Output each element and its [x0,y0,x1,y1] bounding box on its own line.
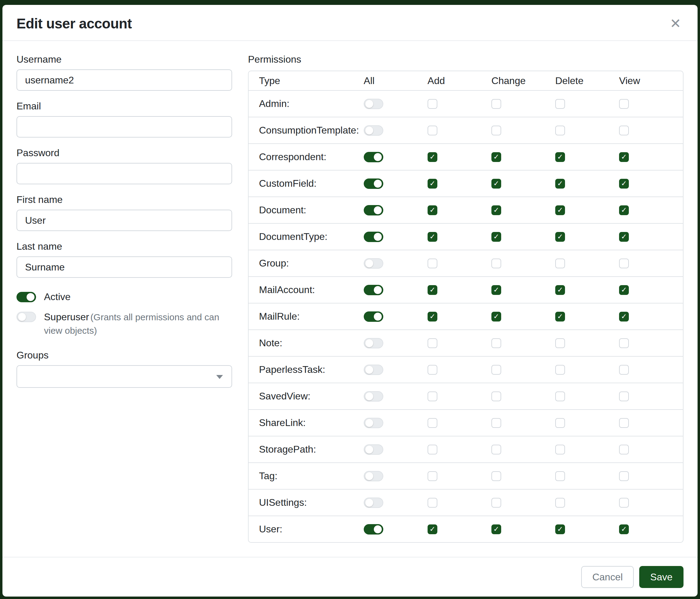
permission-delete-checkbox[interactable]: ✓ [555,524,565,534]
username-input[interactable] [17,69,232,91]
permission-type-label: UISettings: [249,497,364,508]
permission-view-checkbox[interactable]: ✓ [619,152,629,162]
permission-all-toggle[interactable] [364,99,383,109]
permission-delete-checkbox[interactable]: ✓ [555,285,565,295]
permission-change-checkbox[interactable] [492,471,501,481]
permission-delete-checkbox[interactable]: ✓ [555,206,565,215]
superuser-toggle[interactable] [17,312,36,322]
permission-delete-checkbox[interactable] [555,418,565,428]
permission-delete-checkbox[interactable] [555,391,565,401]
close-icon[interactable]: ✕ [667,16,683,31]
permission-view-checkbox[interactable] [619,259,629,268]
permission-change-checkbox[interactable] [492,445,501,454]
permission-change-checkbox[interactable]: ✓ [492,206,501,215]
permission-view-checkbox[interactable]: ✓ [619,232,629,242]
permission-all-toggle[interactable] [364,445,383,455]
permission-change-checkbox[interactable] [492,126,501,136]
permission-change-checkbox[interactable] [492,418,501,428]
permission-add-checkbox[interactable]: ✓ [428,232,438,242]
permission-change-checkbox[interactable]: ✓ [492,285,501,295]
permission-add-checkbox[interactable] [428,259,438,268]
active-toggle[interactable] [17,292,36,302]
permission-change-checkbox[interactable] [492,365,501,375]
permission-add-checkbox[interactable]: ✓ [428,524,438,534]
permission-view-checkbox[interactable] [619,471,629,481]
permission-all-toggle[interactable] [364,338,383,349]
permission-view-checkbox[interactable]: ✓ [619,179,629,189]
permission-add-checkbox[interactable] [428,471,438,481]
permission-view-checkbox[interactable] [619,498,629,508]
permission-all-toggle[interactable] [364,311,383,322]
permission-add-checkbox[interactable] [428,338,438,348]
permission-all-toggle[interactable] [364,498,383,508]
permission-row: MailRule:✓✓✓✓ [249,304,683,330]
permission-add-checkbox[interactable] [428,365,438,375]
permission-all-toggle[interactable] [364,524,383,534]
permission-all-toggle[interactable] [364,418,383,428]
permission-view-checkbox[interactable] [619,99,629,109]
permission-view-checkbox[interactable] [619,391,629,401]
permission-change-checkbox[interactable]: ✓ [492,312,501,321]
permission-add-checkbox[interactable]: ✓ [428,312,438,321]
permission-all-toggle[interactable] [364,285,383,295]
permission-all-toggle[interactable] [364,365,383,375]
permission-delete-checkbox[interactable] [555,471,565,481]
email-field[interactable] [17,116,232,138]
permission-change-checkbox[interactable]: ✓ [492,179,501,189]
permission-add-checkbox[interactable] [428,391,438,401]
permission-delete-checkbox[interactable] [555,126,565,136]
permission-add-checkbox[interactable] [428,498,438,508]
permission-all-toggle[interactable] [364,471,383,481]
permission-row: Document:✓✓✓✓ [249,197,683,224]
password-field[interactable] [17,163,232,184]
permission-delete-checkbox[interactable] [555,338,565,348]
column-header-all: All [364,75,428,87]
permission-view-checkbox[interactable]: ✓ [619,285,629,295]
permission-delete-checkbox[interactable] [555,99,565,109]
permission-change-checkbox[interactable] [492,391,501,401]
groups-select[interactable] [17,365,232,388]
permission-delete-checkbox[interactable]: ✓ [555,152,565,162]
permission-delete-checkbox[interactable] [555,259,565,268]
permission-all-toggle[interactable] [364,152,383,162]
permission-add-checkbox[interactable] [428,418,438,428]
permission-change-checkbox[interactable]: ✓ [492,232,501,242]
permission-add-checkbox[interactable]: ✓ [428,285,438,295]
permission-view-checkbox[interactable] [619,418,629,428]
permission-view-checkbox[interactable] [619,365,629,375]
permission-all-toggle[interactable] [364,205,383,215]
permission-delete-checkbox[interactable] [555,445,565,454]
permission-delete-checkbox[interactable]: ✓ [555,232,565,242]
permission-all-toggle[interactable] [364,232,383,242]
permission-change-checkbox[interactable]: ✓ [492,524,501,534]
permission-view-checkbox[interactable] [619,338,629,348]
permission-add-checkbox[interactable] [428,445,438,454]
save-button[interactable]: Save [639,566,683,588]
permission-change-checkbox[interactable] [492,498,501,508]
last-name-input[interactable] [17,257,232,278]
permission-delete-checkbox[interactable] [555,498,565,508]
permission-all-toggle[interactable] [364,125,383,136]
cancel-button[interactable]: Cancel [581,566,634,588]
permission-change-checkbox[interactable]: ✓ [492,152,501,162]
permission-view-checkbox[interactable]: ✓ [619,206,629,215]
permission-add-checkbox[interactable]: ✓ [428,152,438,162]
permission-all-toggle[interactable] [364,391,383,402]
first-name-input[interactable] [17,210,232,231]
permission-all-toggle[interactable] [364,258,383,269]
permission-add-checkbox[interactable] [428,99,438,109]
permission-delete-checkbox[interactable]: ✓ [555,312,565,321]
permission-add-checkbox[interactable]: ✓ [428,206,438,215]
permission-delete-checkbox[interactable] [555,365,565,375]
permission-change-checkbox[interactable] [492,338,501,348]
permission-view-checkbox[interactable]: ✓ [619,524,629,534]
permission-change-checkbox[interactable] [492,99,501,109]
permission-delete-checkbox[interactable]: ✓ [555,179,565,189]
permission-all-toggle[interactable] [364,178,383,189]
permission-view-checkbox[interactable] [619,126,629,136]
permission-view-checkbox[interactable] [619,445,629,454]
permission-view-checkbox[interactable]: ✓ [619,312,629,321]
permission-add-checkbox[interactable]: ✓ [428,179,438,189]
permission-change-checkbox[interactable] [492,259,501,268]
permission-add-checkbox[interactable] [428,126,438,136]
